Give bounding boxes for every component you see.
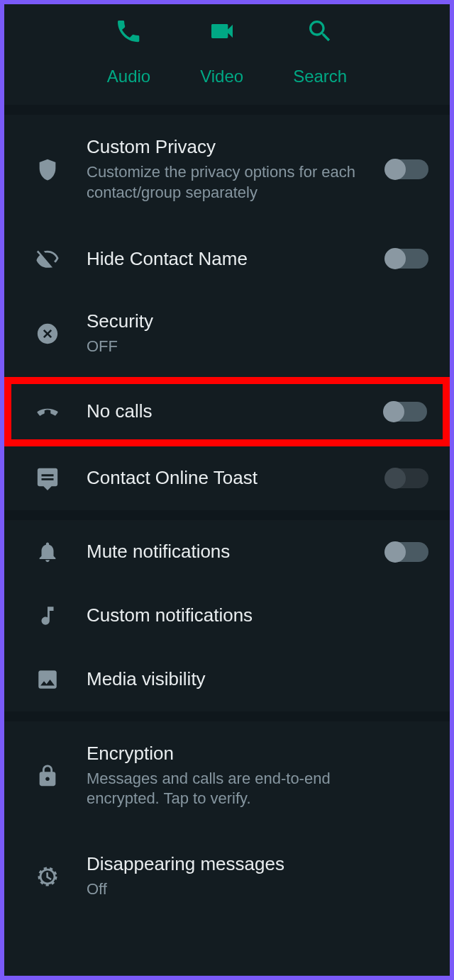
app-frame: Audio Video Search Custom Privacy Custom…: [0, 0, 454, 980]
music-note-icon: [31, 604, 64, 628]
no-calls-title: No calls: [87, 400, 384, 422]
security-row[interactable]: Security OFF: [4, 291, 450, 377]
no-calls-highlight: No calls: [4, 377, 450, 446]
row-body: No calls: [87, 400, 384, 422]
message-icon: [31, 466, 64, 490]
hide-contact-name-title: Hide Contact Name: [87, 248, 386, 270]
timer-icon: [31, 864, 64, 889]
encryption-sub: Messages and calls are end-to-end encryp…: [87, 769, 399, 809]
contact-online-toast-title: Contact Online Toast: [87, 467, 386, 489]
shield-icon: [31, 157, 64, 181]
call-end-icon: [31, 400, 64, 424]
image-icon: [31, 668, 64, 692]
contact-online-toast-row[interactable]: Contact Online Toast: [4, 446, 450, 510]
no-calls-row[interactable]: No calls: [11, 384, 443, 439]
row-body: Hide Contact Name: [87, 248, 386, 270]
custom-privacy-row[interactable]: Custom Privacy Customize the privacy opt…: [4, 115, 450, 227]
video-call-button[interactable]: Video: [200, 17, 243, 86]
custom-privacy-sub: Customize the privacy options for each c…: [87, 162, 356, 203]
divider: [4, 105, 450, 115]
mute-notifications-title: Mute notifications: [87, 541, 386, 563]
phone-icon: [114, 17, 143, 48]
row-body: Disappearing messages Off: [87, 853, 428, 900]
mute-notifications-row[interactable]: Mute notifications: [4, 520, 450, 584]
divider: [4, 711, 450, 721]
media-visibility-title: Media visibility: [87, 668, 428, 690]
search-button[interactable]: Search: [293, 17, 347, 86]
no-calls-toggle[interactable]: [384, 402, 427, 422]
security-title: Security: [87, 310, 428, 332]
disappearing-messages-sub: Off: [87, 879, 356, 900]
encryption-row[interactable]: Encryption Messages and calls are end-to…: [4, 721, 450, 833]
audio-call-button[interactable]: Audio: [107, 17, 150, 86]
row-body: Security OFF: [87, 310, 428, 357]
search-label: Search: [293, 67, 347, 86]
custom-privacy-toggle[interactable]: [386, 159, 428, 179]
top-actions: Audio Video Search: [4, 4, 450, 105]
hide-contact-name-row[interactable]: Hide Contact Name: [4, 227, 450, 291]
media-visibility-row[interactable]: Media visibility: [4, 648, 450, 711]
row-body: Encryption Messages and calls are end-to…: [87, 743, 428, 809]
encryption-title: Encryption: [87, 743, 428, 765]
security-sub: OFF: [87, 337, 356, 357]
row-body: Media visibility: [87, 668, 428, 690]
lock-icon: [31, 764, 64, 788]
row-body: Mute notifications: [87, 541, 386, 563]
custom-notifications-row[interactable]: Custom notifications: [4, 584, 450, 648]
disappearing-messages-title: Disappearing messages: [87, 853, 428, 875]
divider: [4, 510, 450, 520]
row-body: Custom Privacy Customize the privacy opt…: [87, 136, 386, 203]
custom-notifications-title: Custom notifications: [87, 604, 428, 626]
row-body: Custom notifications: [87, 604, 428, 626]
audio-label: Audio: [107, 67, 150, 86]
mute-notifications-toggle[interactable]: [386, 542, 428, 562]
search-icon: [306, 17, 334, 48]
hide-contact-name-toggle[interactable]: [386, 249, 428, 269]
video-label: Video: [200, 67, 243, 86]
row-body: Contact Online Toast: [87, 467, 386, 489]
custom-privacy-title: Custom Privacy: [87, 136, 386, 158]
close-circle-icon: [31, 322, 64, 346]
eye-off-icon: [31, 247, 64, 271]
disappearing-messages-row[interactable]: Disappearing messages Off: [4, 833, 450, 920]
video-icon: [208, 17, 236, 48]
bell-icon: [31, 540, 64, 564]
contact-online-toast-toggle[interactable]: [386, 468, 428, 488]
